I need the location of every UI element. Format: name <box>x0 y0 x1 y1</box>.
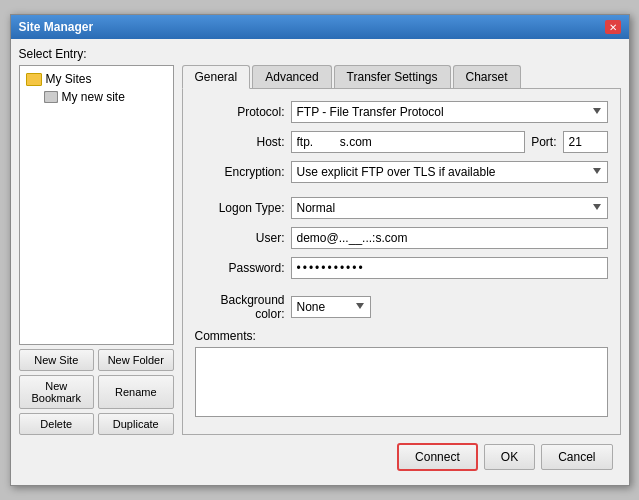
host-label: Host: <box>195 135 285 149</box>
tab-transfer-settings[interactable]: Transfer Settings <box>334 65 451 89</box>
host-port-row: Port: <box>291 131 608 153</box>
left-panel: My Sites My new site New Site New Folder… <box>19 65 174 435</box>
password-row: Password: <box>195 257 608 279</box>
tree-view: My Sites My new site <box>19 65 174 345</box>
title-bar: Site Manager ✕ <box>11 15 629 39</box>
tabs: General Advanced Transfer Settings Chars… <box>182 65 621 89</box>
tab-charset[interactable]: Charset <box>453 65 521 89</box>
tab-general[interactable]: General <box>182 65 251 89</box>
port-input[interactable] <box>563 131 608 153</box>
main-area: My Sites My new site New Site New Folder… <box>19 65 621 435</box>
new-folder-button[interactable]: New Folder <box>98 349 174 371</box>
site-icon <box>44 91 58 103</box>
close-button[interactable]: ✕ <box>605 20 621 34</box>
host-row: Host: Port: <box>195 131 608 153</box>
protocol-label: Protocol: <box>195 105 285 119</box>
host-input[interactable] <box>291 131 526 153</box>
ok-button[interactable]: OK <box>484 444 535 470</box>
bg-color-select[interactable]: None <box>291 296 371 318</box>
select-entry-label: Select Entry: <box>19 47 621 61</box>
rename-button[interactable]: Rename <box>98 375 174 409</box>
comments-textarea[interactable] <box>195 347 608 417</box>
encryption-label: Encryption: <box>195 165 285 179</box>
protocol-select[interactable]: FTP - File Transfer Protocol <box>291 101 608 123</box>
logon-type-row: Logon Type: Normal <box>195 197 608 219</box>
cancel-button[interactable]: Cancel <box>541 444 612 470</box>
tree-site-my-new-site[interactable]: My new site <box>24 88 169 106</box>
comments-area: Comments: <box>195 329 608 417</box>
tab-content-general: Protocol: FTP - File Transfer Protocol H… <box>182 88 621 435</box>
logon-type-select[interactable]: Normal <box>291 197 608 219</box>
tree-site-label: My new site <box>62 90 125 104</box>
bottom-buttons: Connect OK Cancel <box>19 435 621 477</box>
window-content: Select Entry: My Sites My new site New S… <box>11 39 629 485</box>
folder-icon <box>26 73 42 86</box>
tree-folder-label: My Sites <box>46 72 92 86</box>
window-title: Site Manager <box>19 20 94 34</box>
protocol-row: Protocol: FTP - File Transfer Protocol <box>195 101 608 123</box>
encryption-row: Encryption: Use explicit FTP over TLS if… <box>195 161 608 183</box>
encryption-select[interactable]: Use explicit FTP over TLS if available <box>291 161 608 183</box>
tab-advanced[interactable]: Advanced <box>252 65 331 89</box>
password-input[interactable] <box>291 257 608 279</box>
duplicate-button[interactable]: Duplicate <box>98 413 174 435</box>
bg-color-row: Background color: None <box>195 293 608 321</box>
tree-folder-my-sites[interactable]: My Sites <box>24 70 169 88</box>
user-input[interactable] <box>291 227 608 249</box>
comments-label: Comments: <box>195 329 608 343</box>
bg-color-label: Background color: <box>195 293 285 321</box>
right-panel: General Advanced Transfer Settings Chars… <box>182 65 621 435</box>
new-bookmark-button[interactable]: New Bookmark <box>19 375 95 409</box>
password-label: Password: <box>195 261 285 275</box>
user-row: User: <box>195 227 608 249</box>
port-label: Port: <box>531 135 556 149</box>
user-label: User: <box>195 231 285 245</box>
left-buttons: New Site New Folder New Bookmark Rename … <box>19 349 174 435</box>
connect-button[interactable]: Connect <box>397 443 478 471</box>
site-manager-window: Site Manager ✕ Select Entry: My Sites My… <box>10 14 630 486</box>
logon-type-label: Logon Type: <box>195 201 285 215</box>
new-site-button[interactable]: New Site <box>19 349 95 371</box>
delete-button[interactable]: Delete <box>19 413 95 435</box>
